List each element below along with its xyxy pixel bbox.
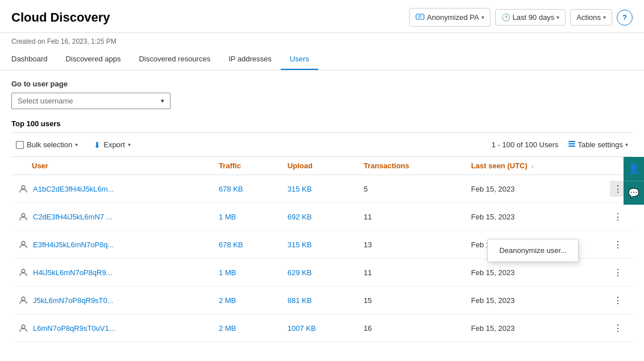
svg-rect-2 [568,143,575,144]
upload-cell: 881 KB [281,287,357,314]
help-icon: ? [622,13,627,22]
upload-cell: 315 KB [281,175,357,203]
user-name[interactable]: H4iJ5kL6mN7oP8qR9... [18,267,205,277]
user-name[interactable]: A1bC2dE3fH4iJ5kL6m... [18,184,205,194]
filter-label: Anonymized PA [427,13,479,22]
svg-point-5 [22,214,25,217]
export-label: Export [103,140,125,149]
table-row: J5kL6mN7oP8qR9sT0... 2 MB881 KB15Feb 15,… [11,287,633,314]
upload-cell: 1007 KB [281,314,357,342]
traffic-cell: 2 MB [212,314,281,342]
export-btn[interactable]: ⬇ Export ▾ [89,138,135,152]
username-chevron-icon: ▾ [161,97,164,105]
more-icon: ⋮ [613,295,622,306]
svg-point-7 [22,269,25,273]
table-row: H4iJ5kL6mN7oP8qR9... 1 MB629 KB11Feb 15,… [11,259,633,287]
row-more-btn[interactable]: ⋮ [610,209,626,225]
table-row: A1bC2dE3fH4iJ5kL6m... 678 KB315 KB5Feb 1… [11,175,633,203]
user-name[interactable]: E3fH4iJ5kL6mN7oP8q... [18,239,205,250]
more-icon: ⋮ [613,239,622,250]
svg-rect-1 [568,141,575,142]
more-icon: ⋮ [613,211,622,222]
user-cell: L6mN7oP8qR9sT0uV1... [11,314,212,342]
chat-float-btn[interactable]: 💬 [624,181,644,205]
sort-icon: ↓ [531,163,534,169]
row-action-cell: ⋮ [603,231,633,259]
user-avatar-icon [18,239,28,250]
tabs: Dashboard Discovered apps Discovered res… [0,50,644,70]
col-transactions: Transactions [357,157,464,175]
top-bar: Cloud Discovery Anonymized PA ▾ 🕐 Last 9… [0,0,644,33]
table-settings-btn[interactable]: Table settings ▾ [563,138,633,152]
time-range-btn[interactable]: 🕐 Last 90 days ▾ [495,9,566,26]
table-settings-chevron-icon: ▾ [625,142,628,148]
upload-cell: 629 KB [281,259,357,287]
more-icon: ⋮ [613,184,622,194]
transactions-cell: 5 [357,175,464,203]
row-more-btn[interactable]: ⋮ [610,264,626,280]
clock-icon: 🕐 [501,13,510,22]
table-toolbar: Bulk selection ▾ ⬇ Export ▾ 1 - 100 of 1… [11,132,633,157]
user-avatar-icon [18,295,28,305]
user-name[interactable]: L6mN7oP8qR9sT0uV1... [18,323,205,333]
last-seen-cell: Feb 15, 2023 [464,259,603,287]
filter-chevron-icon: ▾ [481,14,484,20]
export-chevron-icon: ▾ [128,142,131,148]
row-more-btn[interactable]: ⋮ [610,320,626,336]
transactions-cell: 15 [357,287,464,314]
upload-cell: 692 KB [281,203,357,231]
bulk-select-btn[interactable]: Bulk selection ▾ [11,138,82,151]
traffic-cell: 1 MB [212,259,281,287]
tab-dashboard[interactable]: Dashboard [11,50,57,70]
tab-discovered-resources[interactable]: Discovered resources [130,50,219,70]
transactions-cell: 11 [357,259,464,287]
row-more-btn[interactable]: ⋮ [610,292,626,308]
bulk-checkbox-icon [16,141,24,149]
svg-point-6 [22,242,25,245]
col-traffic: Traffic [212,157,281,175]
traffic-cell: 2 MB [212,287,281,314]
svg-point-8 [22,297,25,301]
profile-float-btn[interactable]: 👤 [624,157,644,181]
filter-anonymized-btn[interactable]: Anonymized PA ▾ [409,8,491,27]
bulk-select-label: Bulk selection [27,140,72,149]
time-range-chevron-icon: ▾ [556,14,559,20]
transactions-cell: 13 [357,231,464,259]
chat-float-icon: 💬 [628,188,639,198]
user-avatar-icon [18,211,28,222]
traffic-cell: 678 KB [212,175,281,203]
username-placeholder: Select username [18,97,73,105]
help-btn[interactable]: ? [617,10,633,26]
anonymized-icon [416,12,425,23]
user-cell: J5kL6mN7oP8qR9sT0... [11,287,212,314]
user-cell: E3fH4iJ5kL6mN7oP8q... [11,231,212,259]
user-name[interactable]: C2dE3fH4iJ5kL6mN7 ... [18,211,205,222]
actions-btn[interactable]: Actions ▾ [570,9,612,26]
transactions-cell: 16 [357,314,464,342]
col-upload: Upload [281,157,357,175]
user-cell: H4iJ5kL6mN7oP8qR9... [11,259,212,287]
svg-rect-3 [568,146,575,147]
tab-users[interactable]: Users [281,50,318,70]
user-avatar-icon [18,323,28,333]
row-action-cell: ⋮ [603,203,633,231]
col-last-seen[interactable]: Last seen (UTC) ↓ [464,157,603,175]
floating-buttons: 👤 💬 [624,157,644,205]
user-name[interactable]: J5kL6mN7oP8qR9sT0... [18,295,205,305]
last-seen-cell: Feb 15, 2023 [464,175,603,203]
user-avatar-icon [18,184,28,194]
goto-user-label: Go to user page [11,80,633,88]
more-icon: ⋮ [613,323,622,334]
table-row: C2dE3fH4iJ5kL6mN7 ... 1 MB692 KB11Feb 15… [11,203,633,231]
tab-discovered-apps[interactable]: Discovered apps [57,50,130,70]
traffic-cell: 1 MB [212,203,281,231]
username-select[interactable]: Select username ▾ [11,93,171,109]
transactions-cell: 11 [357,203,464,231]
toolbar-left: Bulk selection ▾ ⬇ Export ▾ [11,138,135,152]
table-settings-label: Table settings [578,140,624,149]
tab-ip-addresses[interactable]: IP addresses [219,50,281,70]
actions-chevron-icon: ▾ [603,14,606,20]
row-more-btn[interactable]: ⋮ [610,236,626,252]
profile-float-icon: 👤 [628,163,639,174]
deanonymize-menu-item[interactable]: Deanonymize user... [488,242,578,259]
